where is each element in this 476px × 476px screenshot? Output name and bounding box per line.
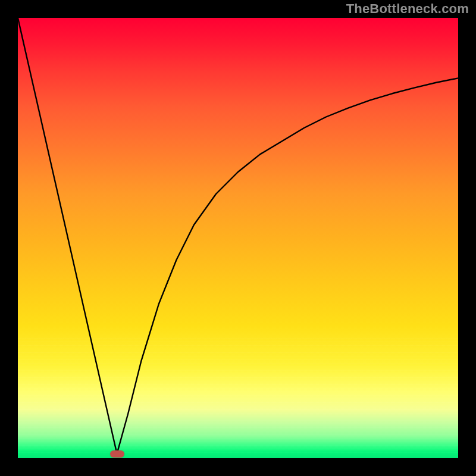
chart-frame: TheBottleneck.com: [0, 0, 476, 476]
min-point-marker: [110, 450, 124, 458]
watermark-text: TheBottleneck.com: [346, 1, 469, 17]
plot-area: [18, 18, 458, 458]
gradient-background: [18, 18, 458, 458]
